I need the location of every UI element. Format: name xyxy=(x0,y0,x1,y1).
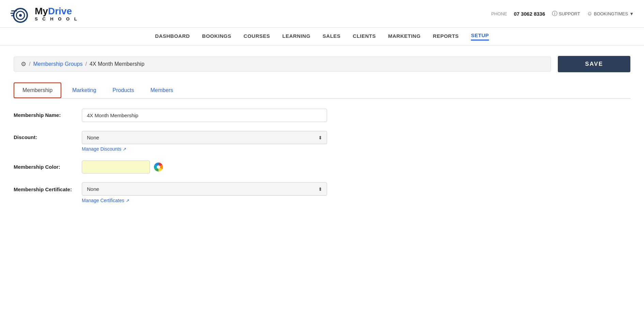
gear-icon: ⚙ xyxy=(21,60,26,68)
tabs-bar: Membership Marketing Products Members xyxy=(14,82,630,99)
breadcrumb: ⚙ / Membership Groups / 4X Month Members… xyxy=(14,57,551,72)
logo-icon xyxy=(10,3,31,24)
color-label: Membership Color: xyxy=(14,161,82,170)
nav-item-clients[interactable]: CLIENTS xyxy=(353,33,376,40)
user-icon: ☺ xyxy=(587,11,592,17)
nav-item-dashboard[interactable]: DASHBOARD xyxy=(155,33,190,40)
discount-control: None Manage Discounts ↗︎ xyxy=(82,131,327,152)
phone-number: 07 3062 8336 xyxy=(514,11,545,17)
dropdown-arrow: ▼ xyxy=(629,11,634,16)
form-row-certificate: Membership Certificate: None Manage Cert… xyxy=(14,182,630,203)
membership-name-label: Membership Name: xyxy=(14,109,82,118)
external-link-icon: ↗︎ xyxy=(123,147,126,152)
breadcrumb-sep-2: / xyxy=(85,61,87,67)
svg-point-7 xyxy=(157,165,160,169)
form-row-color: Membership Color: xyxy=(14,161,630,173)
bookingtimes-link[interactable]: ☺ BOOKINGTIMES ▼ xyxy=(587,11,634,17)
breadcrumb-membership-groups[interactable]: Membership Groups xyxy=(33,61,82,67)
svg-point-2 xyxy=(19,14,22,17)
nav-item-reports[interactable]: REPORTS xyxy=(433,33,459,40)
certificate-label: Membership Certificate: xyxy=(14,182,82,193)
tab-products[interactable]: Products xyxy=(104,83,142,97)
bookingtimes-label: BOOKINGTIMES xyxy=(594,11,628,16)
tab-marketing[interactable]: Marketing xyxy=(64,83,104,97)
discount-label: Discount: xyxy=(14,131,82,140)
nav-item-sales[interactable]: SALES xyxy=(323,33,341,40)
nav-item-learning[interactable]: LEARNING xyxy=(282,33,310,40)
logo-school: S C H O O L xyxy=(35,17,79,21)
header: MyDrive S C H O O L PHONE 07 3062 8336 ⓘ… xyxy=(0,0,644,28)
form-row-discount: Discount: None Manage Discounts ↗︎ xyxy=(14,131,630,152)
color-wheel-icon[interactable] xyxy=(153,162,164,172)
manage-discounts-label: Manage Discounts xyxy=(82,146,121,152)
nav-item-bookings[interactable]: BOOKINGS xyxy=(202,33,231,40)
main-nav: DASHBOARD BOOKINGS COURSES LEARNING SALE… xyxy=(0,28,644,46)
certificate-control: None Manage Certificates ↗︎ xyxy=(82,182,327,203)
membership-form: Membership Name: Discount: None Manage D… xyxy=(14,109,630,203)
color-input-box[interactable] xyxy=(82,161,150,173)
save-button[interactable]: SAVE xyxy=(558,56,630,72)
form-row-name: Membership Name: xyxy=(14,109,630,122)
header-right: PHONE 07 3062 8336 ⓘ SUPPORT ☺ BOOKINGTI… xyxy=(491,10,634,17)
support-label: SUPPORT xyxy=(559,11,580,16)
membership-name-input[interactable] xyxy=(82,109,327,122)
tab-members[interactable]: Members xyxy=(142,83,181,97)
certificate-select[interactable]: None xyxy=(82,182,327,196)
logo-my: My xyxy=(35,6,48,16)
support-link[interactable]: ⓘ SUPPORT xyxy=(552,10,580,17)
nav-item-courses[interactable]: COURSES xyxy=(244,33,270,40)
nav-item-marketing[interactable]: MARKETING xyxy=(388,33,420,40)
discount-select-wrapper: None xyxy=(82,131,327,144)
breadcrumb-bar: ⚙ / Membership Groups / 4X Month Members… xyxy=(14,56,630,72)
header-left: MyDrive S C H O O L xyxy=(10,3,79,24)
nav-item-setup[interactable]: SETUP xyxy=(471,32,489,41)
manage-certificates-link[interactable]: Manage Certificates ↗︎ xyxy=(82,198,129,203)
question-icon: ⓘ xyxy=(552,10,557,17)
discount-select[interactable]: None xyxy=(82,131,327,144)
breadcrumb-current: 4X Month Membership xyxy=(90,61,144,67)
color-row xyxy=(82,161,327,173)
manage-certificates-label: Manage Certificates xyxy=(82,198,124,203)
external-link-icon-2: ↗︎ xyxy=(126,198,129,203)
certificate-select-wrapper: None xyxy=(82,182,327,196)
phone-label: PHONE xyxy=(491,11,507,16)
breadcrumb-sep-1: / xyxy=(29,61,30,67)
logo-drive: Drive xyxy=(48,6,72,16)
main-content: ⚙ / Membership Groups / 4X Month Members… xyxy=(0,46,644,222)
tab-membership[interactable]: Membership xyxy=(14,82,61,98)
membership-name-control xyxy=(82,109,327,122)
color-control xyxy=(82,161,327,173)
manage-discounts-link[interactable]: Manage Discounts ↗︎ xyxy=(82,146,126,152)
logo-text: MyDrive S C H O O L xyxy=(35,6,79,21)
